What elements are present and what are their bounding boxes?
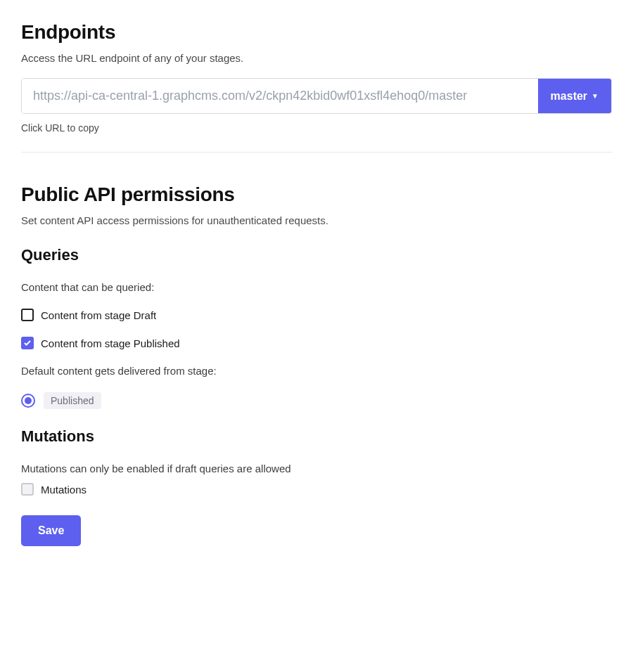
default-stage-value: Published [44, 392, 101, 409]
radio-dot-icon [25, 397, 32, 404]
copy-hint: Click URL to copy [21, 122, 612, 134]
stage-select-dropdown[interactable]: master ▼ [538, 79, 611, 113]
checkbox-row-published: Content from stage Published [21, 337, 612, 349]
radio-published[interactable] [21, 394, 35, 408]
permissions-section: Public API permissions Set content API a… [21, 183, 612, 546]
permissions-title: Public API permissions [21, 183, 612, 206]
endpoints-desc: Access the URL endpoint of any of your s… [21, 52, 612, 64]
check-icon [23, 339, 32, 347]
save-button[interactable]: Save [21, 515, 81, 546]
stage-select-label: master [551, 90, 587, 103]
permissions-desc: Set content API access permissions for u… [21, 214, 612, 226]
queries-heading: Queries [21, 246, 612, 264]
section-divider [21, 152, 612, 153]
endpoints-section: Endpoints Access the URL endpoint of any… [21, 21, 612, 134]
checkbox-published-label: Content from stage Published [41, 337, 180, 349]
checkbox-draft-label: Content from stage Draft [41, 309, 156, 321]
mutations-note: Mutations can only be enabled if draft q… [21, 463, 612, 474]
endpoints-title: Endpoints [21, 21, 612, 44]
checkbox-draft[interactable] [21, 309, 34, 321]
default-stage-label: Default content gets delivered from stag… [21, 365, 612, 377]
checkbox-mutations-label: Mutations [41, 484, 87, 496]
radio-row-default-stage: Published [21, 392, 612, 409]
checkbox-mutations [21, 483, 34, 496]
endpoint-row: master ▼ [21, 78, 612, 114]
chevron-down-icon: ▼ [592, 93, 599, 100]
queries-label: Content that can be queried: [21, 281, 612, 293]
mutations-heading: Mutations [21, 427, 612, 446]
checkbox-row-draft: Content from stage Draft [21, 309, 612, 321]
checkbox-published[interactable] [21, 337, 34, 349]
endpoint-url-input[interactable] [22, 79, 538, 113]
checkbox-row-mutations: Mutations [21, 483, 612, 496]
